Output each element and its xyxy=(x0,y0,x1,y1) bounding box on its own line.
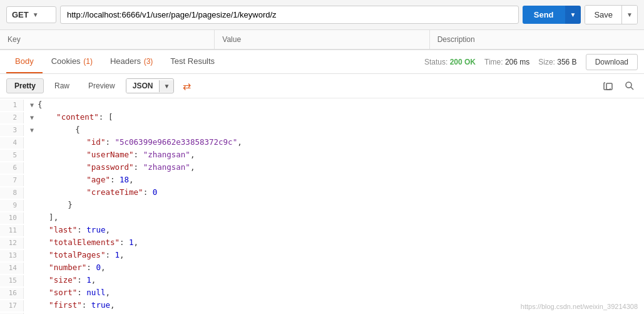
line-content: "totalPages": 1, xyxy=(24,249,644,261)
json-line: 9 } xyxy=(0,199,644,211)
json-line: 8 "createTime": 0 xyxy=(0,186,644,199)
line-number: 10 xyxy=(0,212,24,224)
method-chevron-icon: ▼ xyxy=(33,11,39,18)
line-content: "createTime": 0 xyxy=(24,186,644,199)
json-line: 6 "password": "zhangsan", xyxy=(0,161,644,174)
json-viewer: 1▼{2▼ "content": [3▼ {4 "id": "5c06399e9… xyxy=(0,98,644,314)
json-label: JSON xyxy=(126,79,160,93)
line-number: 17 xyxy=(0,300,24,311)
line-number: 1 xyxy=(0,100,24,111)
line-content: } xyxy=(24,199,644,211)
save-dropdown-button[interactable]: ▼ xyxy=(621,6,637,24)
size-label: Size: 356 B xyxy=(538,58,576,66)
copy-icon[interactable] xyxy=(600,78,616,94)
collapse-arrow[interactable]: ▼ xyxy=(30,100,38,110)
preview-button[interactable]: Preview xyxy=(80,78,123,93)
json-chevron-icon[interactable]: ▼ xyxy=(159,80,173,92)
watermark: https://blog.csdn.net/weixin_39214308 xyxy=(521,303,638,310)
line-content: "totalElements": 1, xyxy=(24,236,644,249)
response-tabs-bar: Body Cookies (1) Headers (3) Test Result… xyxy=(0,50,644,74)
headers-badge: (3) xyxy=(144,57,153,66)
method-select[interactable]: GET ▼ xyxy=(6,6,56,23)
params-col-key: Key xyxy=(0,30,215,49)
send-button[interactable]: Send xyxy=(523,6,565,24)
time-value: 206 ms xyxy=(505,58,529,66)
svg-point-1 xyxy=(626,82,631,88)
size-value: 356 B xyxy=(557,58,576,66)
send-dropdown-button[interactable]: ▼ xyxy=(565,6,581,24)
json-format-select[interactable]: JSON ▼ xyxy=(126,78,175,93)
save-button[interactable]: Save xyxy=(585,6,621,24)
params-col-value: Value xyxy=(215,30,429,49)
line-content: "number": 0, xyxy=(24,261,644,274)
json-line: 18 "numberOfElements": 1 xyxy=(0,311,644,314)
request-bar: GET ▼ Send ▼ Save ▼ xyxy=(0,0,644,30)
line-content: "sort": null, xyxy=(24,286,644,299)
tab-body[interactable]: Body xyxy=(6,50,43,73)
icon-group xyxy=(600,78,638,94)
tab-cookies[interactable]: Cookies (1) xyxy=(43,50,101,73)
collapse-arrow[interactable]: ▼ xyxy=(30,125,38,135)
json-line: 3▼ { xyxy=(0,123,644,136)
line-number: 3 xyxy=(0,125,24,136)
response-meta: Status: 200 OK Time: 206 ms Size: 356 B … xyxy=(424,54,638,70)
method-label: GET xyxy=(12,10,29,19)
line-content: "size": 1, xyxy=(24,274,644,286)
json-line: 1▼{ xyxy=(0,98,644,111)
format-bar: Pretty Raw Preview JSON ▼ ⇄ xyxy=(0,74,644,98)
url-input[interactable] xyxy=(60,6,519,24)
line-number: 7 xyxy=(0,175,24,186)
line-content: "last": true, xyxy=(24,224,644,236)
line-content: "numberOfElements": 1 xyxy=(24,311,644,314)
line-number: 13 xyxy=(0,250,24,261)
wrap-icon[interactable]: ⇄ xyxy=(179,78,194,93)
line-content: ▼ "content": [ xyxy=(24,111,644,123)
line-number: 9 xyxy=(0,200,24,211)
line-number: 2 xyxy=(0,112,24,123)
json-line: 10 ], xyxy=(0,211,644,224)
json-line: 12 "totalElements": 1, xyxy=(0,236,644,249)
json-line: 2▼ "content": [ xyxy=(0,111,644,123)
line-content: "id": "5c06399e9662e33858372c9c", xyxy=(24,136,644,149)
tab-test-results[interactable]: Test Results xyxy=(161,50,223,73)
send-button-group: Send ▼ xyxy=(523,6,581,24)
line-number: 5 xyxy=(0,150,24,161)
line-number: 16 xyxy=(0,288,24,299)
json-line: 13 "totalPages": 1, xyxy=(0,249,644,261)
status-value: 200 OK xyxy=(450,58,476,66)
json-line: 4 "id": "5c06399e9662e33858372c9c", xyxy=(0,136,644,149)
line-number: 15 xyxy=(0,275,24,286)
status-label: Status: 200 OK xyxy=(424,58,476,66)
time-label: Time: 206 ms xyxy=(484,58,529,66)
line-content: ▼ { xyxy=(24,123,644,136)
json-line: 15 "size": 1, xyxy=(0,274,644,286)
line-number: 8 xyxy=(0,187,24,199)
save-button-group: Save ▼ xyxy=(585,5,638,24)
pretty-button[interactable]: Pretty xyxy=(6,78,44,93)
line-content: "password": "zhangsan", xyxy=(24,161,644,174)
line-content: ▼{ xyxy=(24,98,644,111)
collapse-arrow[interactable]: ▼ xyxy=(30,113,38,123)
params-table: Key Value Description xyxy=(0,30,644,50)
raw-button[interactable]: Raw xyxy=(46,78,78,93)
search-icon[interactable] xyxy=(621,78,638,94)
cookies-badge: (1) xyxy=(83,57,93,66)
line-number: 14 xyxy=(0,263,24,274)
svg-line-2 xyxy=(631,87,633,90)
svg-rect-0 xyxy=(606,83,612,90)
json-line: 14 "number": 0, xyxy=(0,261,644,274)
params-header: Key Value Description xyxy=(0,30,644,50)
tab-headers[interactable]: Headers (3) xyxy=(101,50,161,73)
line-content: "age": 18, xyxy=(24,174,644,186)
json-line: 11 "last": true, xyxy=(0,224,644,236)
json-line: 7 "age": 18, xyxy=(0,174,644,186)
line-number: 12 xyxy=(0,238,24,249)
download-button[interactable]: Download xyxy=(586,54,638,70)
json-line: 16 "sort": null, xyxy=(0,286,644,299)
line-number: 6 xyxy=(0,162,24,174)
line-number: 4 xyxy=(0,137,24,149)
line-content: ], xyxy=(24,211,644,224)
params-col-description: Description xyxy=(430,30,644,49)
line-content: "userName": "zhangsan", xyxy=(24,149,644,161)
json-line: 5 "userName": "zhangsan", xyxy=(0,149,644,161)
